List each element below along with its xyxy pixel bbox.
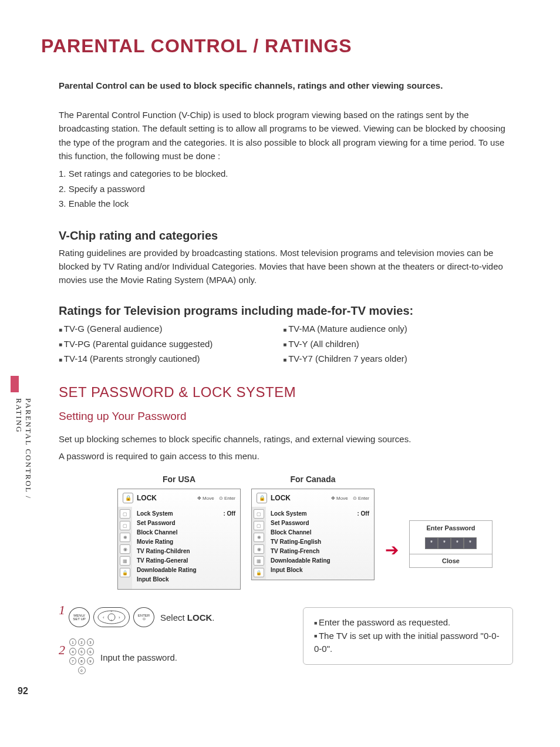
step-number: 1 <box>59 603 65 618</box>
pw-digit: * <box>425 537 438 549</box>
menu-icon: ◉ <box>120 544 130 554</box>
menu-item: Set Password <box>271 519 309 528</box>
ratings-heading: Ratings for Television programs includin… <box>59 304 513 318</box>
menu-item-value: : Off <box>357 509 369 519</box>
vchip-body: Rating guidelines are provided by broadc… <box>59 246 513 287</box>
enter-password-popup: Enter Password * * * * Close <box>409 520 492 568</box>
vchip-heading: V-Chip rating and categories <box>59 229 513 243</box>
arrow-right-icon: ➔ <box>385 540 399 560</box>
procedure-step-1: 1 MENU/ SET UP ‹ › ˄ ˅ ENTER ⊙ Select LO… <box>59 607 279 627</box>
menu-item: TV Rating-French <box>271 547 319 556</box>
menu-icon: ▦ <box>120 556 130 566</box>
menu-item: TV Rating-General <box>137 556 188 566</box>
menu-icon: ▢ <box>254 521 264 530</box>
menu-item-value: : Off <box>223 509 235 519</box>
menu-item: Block Channel <box>271 528 311 537</box>
lock-icon: 🔒 <box>120 568 130 577</box>
menu-item: Input Block <box>271 566 302 575</box>
menu-icon: ✺ <box>254 533 264 542</box>
menu-header-enter: Enter <box>224 496 235 501</box>
menu-header-move: Move <box>203 496 214 501</box>
lock-icon: 🔒 <box>254 568 264 577</box>
menu-header-move: Move <box>336 496 348 501</box>
page-title: PARENTAL CONTROL / RATINGS <box>41 35 513 57</box>
menu-icon: ✺ <box>120 533 130 542</box>
side-tab: PARENTAL CONTROL / RATING <box>14 388 26 537</box>
rating-item: TV-PG (Parental guidance suggested) <box>59 337 212 352</box>
rating-item: TV-14 (Parents strongly cautioned) <box>59 351 212 366</box>
step-2-text: Input the password. <box>100 652 177 662</box>
menu-item: Lock System <box>271 509 307 519</box>
ratings-columns: TV-G (General audience) TV-PG (Parental … <box>59 321 513 366</box>
svg-text:‹: ‹ <box>103 615 104 620</box>
menu-screenshots-row: For USA 🔒 LOCK ✥ Move ⊙ Enter ▢ ▢ ✺ ◉ <box>117 475 513 590</box>
menu-sidebar-icons: ▢ ▢ ✺ ◉ ▦ 🔒 <box>252 507 266 580</box>
menu-icon: ▢ <box>254 509 264 519</box>
lock-icon: 🔒 <box>257 493 267 503</box>
procedure-step-2: 2 123 456 789 0 Input the password. <box>59 638 279 677</box>
intro-paragraph: The Parental Control Function (V-Chip) i… <box>59 108 513 163</box>
menu-usa-label: For USA <box>117 475 241 484</box>
menu-item: Lock System <box>137 509 173 519</box>
step-1-text: Select LOCK. <box>160 613 215 622</box>
remote-nav-button: ‹ › ˄ ˅ <box>93 607 130 627</box>
menu-icon: ▢ <box>120 521 130 530</box>
pw-popup-close: Close <box>410 554 492 567</box>
menu-sidebar-icons: ▢ ▢ ✺ ◉ ▦ 🔒 <box>118 507 132 589</box>
pw-digit: * <box>464 537 477 549</box>
pw-popup-title: Enter Password <box>410 521 492 535</box>
side-tab-accent <box>11 376 19 392</box>
step-number: 2 <box>59 642 65 658</box>
step-item: 1. Set ratings and categories to be bloc… <box>59 166 513 181</box>
step-item: 3. Enable the lock <box>59 196 513 211</box>
menu-item: Input Block <box>137 575 168 584</box>
menu-canada-box: 🔒 LOCK ✥ Move ⊙ Enter ▢ ▢ ✺ ◉ ▦ 🔒 <box>251 489 375 580</box>
set-password-sub: Setting up Your Password <box>59 410 513 423</box>
svg-text:˄: ˄ <box>110 611 113 615</box>
menu-usa-box: 🔒 LOCK ✥ Move ⊙ Enter ▢ ▢ ✺ ◉ ▦ 🔒 <box>117 489 241 590</box>
info-line: Enter the password as requested. <box>314 616 502 630</box>
menu-header-enter: Enter <box>358 496 369 501</box>
menu-header-title: LOCK <box>271 494 291 502</box>
setpw-p1: Set up blocking schemes to block specifi… <box>59 432 513 446</box>
rating-item: TV-Y (All children) <box>283 337 407 352</box>
menu-canada-label: For Canada <box>251 475 375 484</box>
step-item: 2. Specify a password <box>59 181 513 197</box>
pw-digit: * <box>451 537 464 549</box>
menu-icon: ▢ <box>120 509 130 519</box>
setpw-p2: A password is required to gain access to… <box>59 449 513 463</box>
set-password-heading: SET PASSWORD & LOCK SYSTEM <box>59 384 513 401</box>
procedure-row: 1 MENU/ SET UP ‹ › ˄ ˅ ENTER ⊙ Select LO… <box>59 607 513 687</box>
rating-item: TV-MA (Mature audience only) <box>283 321 407 337</box>
menu-item: TV Rating-English <box>271 537 321 547</box>
info-box: Enter the password as requested. The TV … <box>303 607 513 665</box>
lock-icon: 🔒 <box>123 493 133 503</box>
menu-item: TV Rating-Children <box>137 547 190 556</box>
rating-item: TV-Y7 (Children 7 years older) <box>283 351 407 366</box>
rating-item: TV-G (General audience) <box>59 321 212 337</box>
menu-header-title: LOCK <box>137 494 157 502</box>
remote-menu-button: MENU/ SET UP <box>69 607 90 627</box>
remote-enter-button: ENTER ⊙ <box>133 607 154 627</box>
menu-item: Set Password <box>137 519 176 528</box>
menu-icon: ◉ <box>254 544 264 554</box>
remote-numpad-icon: 123 456 789 0 <box>69 638 95 677</box>
menu-item: Downloadable Rating <box>137 566 197 575</box>
pw-digit: * <box>438 537 451 549</box>
svg-text:˅: ˅ <box>110 620 113 624</box>
page-number: 92 <box>18 686 28 696</box>
menu-item: Block Channel <box>137 528 177 537</box>
menu-icon: ▦ <box>254 556 264 566</box>
menu-item: Movie Rating <box>137 537 173 547</box>
svg-text:›: › <box>119 615 120 620</box>
side-tab-text: PARENTAL CONTROL / RATING <box>14 398 33 537</box>
intro-bold: Parental Control can be used to block sp… <box>59 80 513 90</box>
menu-item: Downloadable Rating <box>271 556 330 566</box>
intro-steps: 1. Set ratings and categories to be bloc… <box>59 166 513 211</box>
info-line: The TV is set up with the initial passwo… <box>314 630 502 656</box>
